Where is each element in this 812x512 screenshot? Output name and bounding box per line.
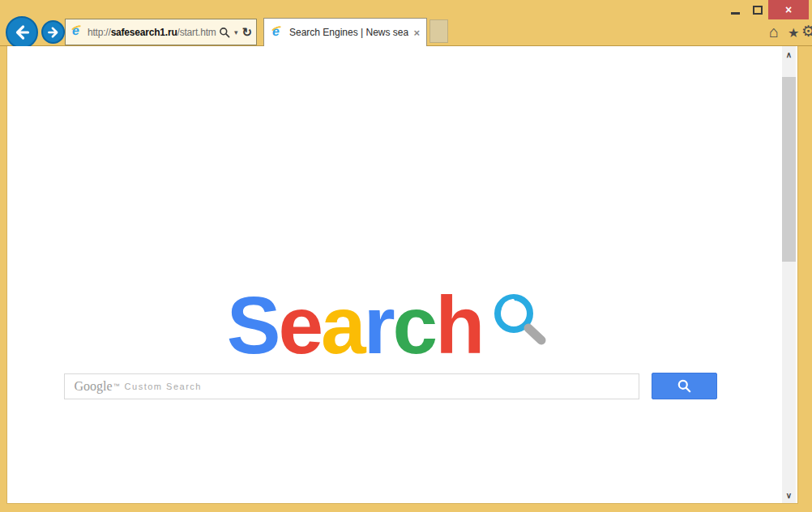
minimize-icon [731, 12, 740, 15]
logo-text: Search [227, 284, 483, 365]
home-button[interactable]: ⌂ [769, 23, 779, 41]
site-logo: Search [7, 284, 773, 365]
ie-favicon-icon: e [71, 25, 84, 39]
page-content: Search Google™ Custom Search [6, 46, 798, 504]
maximize-icon [753, 6, 763, 15]
scroll-up-button[interactable]: ∧ [782, 46, 796, 62]
scroll-down-button[interactable]: ∨ [782, 487, 796, 503]
url-domain: safesearch1.ru [111, 27, 177, 38]
address-search-icon[interactable] [219, 27, 230, 38]
scrollbar-thumb[interactable] [782, 77, 796, 262]
browser-window: × e http://safesearch1.ru/start.htm [0, 0, 812, 512]
search-button[interactable] [652, 373, 717, 399]
address-bar[interactable]: e http://safesearch1.ru/start.htm ▾ ↻ [65, 19, 257, 45]
refresh-icon[interactable]: ↻ [241, 25, 252, 40]
new-tab-button[interactable] [430, 19, 448, 43]
back-button[interactable] [6, 16, 38, 49]
forward-arrow-icon [46, 25, 61, 40]
tab-search-engines[interactable]: e Search Engines | News search × [263, 18, 427, 46]
logo-magnifier-icon [490, 292, 553, 352]
search-form: Google™ Custom Search [7, 373, 773, 399]
vertical-scrollbar[interactable]: ∧ ∨ [782, 46, 796, 503]
back-arrow-icon [12, 23, 32, 42]
search-button-icon [677, 378, 692, 394]
forward-button[interactable] [41, 20, 65, 44]
minimize-button[interactable] [724, 0, 746, 19]
tab-title: Search Engines | News search [289, 27, 408, 38]
maximize-button[interactable] [747, 0, 768, 19]
favorites-button[interactable]: ★ [788, 24, 799, 42]
tab-favicon-icon: e [271, 26, 284, 40]
close-icon: × [785, 3, 792, 16]
close-button[interactable]: × [768, 0, 809, 19]
address-dropdown-icon[interactable]: ▾ [234, 28, 238, 36]
url-text[interactable]: http://safesearch1.ru/start.htm [88, 27, 219, 38]
settings-button[interactable]: ⚙ [801, 23, 812, 41]
tab-close-icon[interactable]: × [413, 27, 420, 39]
url-protocol: http:// [88, 27, 111, 38]
search-input[interactable] [65, 374, 639, 399]
url-path: /start.htm [177, 27, 216, 38]
search-input-wrap[interactable]: Google™ Custom Search [64, 373, 639, 399]
browser-chrome: × e http://safesearch1.ru/start.htm [0, 0, 812, 46]
